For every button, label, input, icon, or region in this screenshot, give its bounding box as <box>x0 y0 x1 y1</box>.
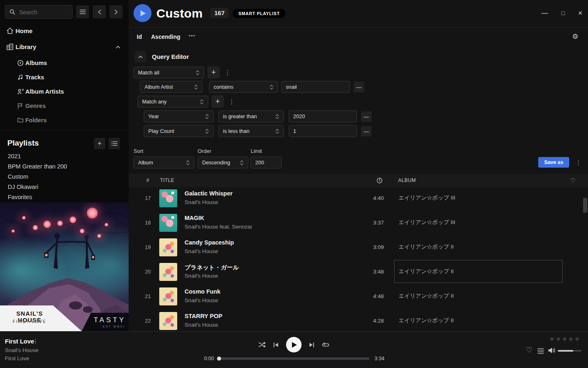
sort-field-control[interactable]: Id <box>137 34 142 40</box>
menu-button[interactable] <box>76 5 89 18</box>
back-button[interactable] <box>93 5 106 18</box>
window-close-button[interactable]: × <box>575 8 585 18</box>
sidebar-item-album-artists[interactable]: Album Artists <box>0 86 129 97</box>
track-album-art[interactable] <box>159 238 177 256</box>
rule-value-input[interactable] <box>281 81 350 93</box>
rule-field-select[interactable]: Album Artist <box>140 81 203 93</box>
track-row[interactable]: 19 Candy Spaceship Snail's House 3:09 エイ… <box>129 235 588 260</box>
play-pause-button[interactable] <box>286 337 302 352</box>
limit-input[interactable] <box>251 157 282 168</box>
sort-direction-control[interactable]: Ascending <box>151 34 180 40</box>
group-options-button[interactable]: ⋮ <box>225 69 231 76</box>
rating-stars[interactable]: ★★★★★ <box>549 335 581 343</box>
rule-operator-select[interactable]: is greater than <box>218 110 284 122</box>
minus-icon: — <box>364 128 369 135</box>
sidebar-item-albums[interactable]: Albums <box>0 57 129 69</box>
column-title[interactable]: TITLE <box>160 174 174 187</box>
playlist-list-button[interactable] <box>109 138 120 149</box>
add-playlist-button[interactable]: + <box>94 138 105 149</box>
scrollbar-thumb[interactable] <box>583 198 587 213</box>
query-editor-collapse-button[interactable] <box>135 51 146 63</box>
star-icon[interactable]: ★ <box>568 335 574 342</box>
track-album[interactable]: エイリアン☆ポップ II <box>394 236 563 258</box>
track-row[interactable]: 18 MAGIK Snail's House feat. Sennzai 3:3… <box>129 211 588 235</box>
track-album[interactable]: エイリアン☆ポップ II <box>394 285 563 307</box>
duration-clock-icon[interactable] <box>376 177 383 184</box>
rule-field-select[interactable]: Year <box>144 110 214 122</box>
rule-operator-select[interactable]: is less than <box>218 125 284 137</box>
search-input[interactable] <box>18 5 71 19</box>
forward-button[interactable] <box>109 5 122 18</box>
track-album-art[interactable] <box>159 189 177 207</box>
window-maximize-button[interactable]: □ <box>558 8 568 18</box>
playlist-item[interactable]: Favorites <box>8 193 32 202</box>
track-album-art[interactable] <box>159 287 177 305</box>
rule-value-input[interactable] <box>289 125 357 137</box>
star-icon[interactable]: ★ <box>549 335 555 342</box>
previous-track-icon[interactable] <box>273 342 279 348</box>
page-header: Custom 167 SMART PLAYLIST — □ × <box>129 0 588 28</box>
chevron-up-icon[interactable] <box>116 45 120 49</box>
seek-bar[interactable] <box>218 357 370 360</box>
track-album-art[interactable] <box>159 214 177 232</box>
shuffle-icon[interactable] <box>258 342 266 348</box>
remove-rule-button[interactable]: — <box>361 111 372 122</box>
match-type-select[interactable]: Match all <box>134 67 204 79</box>
order-select[interactable]: Descending <box>198 157 248 168</box>
volume-icon[interactable] <box>548 347 556 354</box>
sidebar-item-tracks[interactable]: Tracks <box>0 72 129 83</box>
save-as-button[interactable]: Save as <box>538 157 569 168</box>
now-playing-album-art[interactable]: SNAIL'S HOUSE FIRST LOVE TASTY EST MMXI <box>0 202 129 331</box>
playlist-item[interactable]: BPM Greater than 200 <box>8 162 67 171</box>
query-options-button[interactable]: ⋮ <box>575 159 581 166</box>
add-rule-button[interactable]: + <box>212 95 224 108</box>
track-row[interactable]: 20 プラネット・ガール Snail's House 3:48 エイリアン☆ポッ… <box>129 260 588 284</box>
column-favorite-heart-icon[interactable]: ♡ <box>570 174 576 187</box>
star-icon[interactable]: ★ <box>575 335 581 342</box>
column-number[interactable]: # <box>143 174 153 187</box>
track-album[interactable]: エイリアン☆ポップ III <box>394 186 563 209</box>
remove-rule-button[interactable]: — <box>354 82 364 92</box>
star-icon[interactable]: ★ <box>562 335 568 342</box>
track-album[interactable]: エイリアン☆ポップ II <box>394 309 563 332</box>
more-options-button[interactable]: ••• <box>189 33 196 39</box>
next-track-icon[interactable] <box>309 342 315 348</box>
sidebar-item-folders[interactable]: Folders <box>0 114 129 126</box>
track-row[interactable]: 21 Cosmo Funk Snail's House 4:48 エイリアン☆ポ… <box>129 284 588 309</box>
track-album[interactable]: エイリアン☆ポップ III <box>394 211 563 234</box>
now-playing-title: First Love <box>5 338 34 345</box>
volume-slider[interactable] <box>558 350 581 352</box>
play-playlist-button[interactable] <box>134 4 151 22</box>
sidebar-item-home[interactable]: Home <box>0 25 129 37</box>
sidebar-item-library[interactable]: Library <box>0 41 129 53</box>
rule-operator-select[interactable]: contains <box>209 81 278 93</box>
track-album-art[interactable] <box>159 263 177 281</box>
add-rule-button[interactable]: + <box>207 66 220 79</box>
remove-rule-button[interactable]: — <box>361 126 372 137</box>
playlist-item[interactable]: Custom <box>8 172 28 181</box>
sort-select[interactable]: Album <box>134 157 194 168</box>
window-minimize-button[interactable]: — <box>540 8 550 18</box>
queue-icon[interactable] <box>537 348 544 354</box>
track-album[interactable]: エイリアン☆ポップ II <box>394 260 563 283</box>
track-row[interactable]: 17 Galactic Whisper Snail's House 4:40 エ… <box>129 186 588 211</box>
match-type-select[interactable]: Match any <box>138 96 208 108</box>
playlist-item[interactable]: DJ Okawari <box>8 182 38 191</box>
rule-value-input[interactable] <box>289 110 357 122</box>
gear-icon[interactable]: ⚙ <box>572 32 578 41</box>
rule-field-select[interactable]: Play Count <box>144 125 214 137</box>
playlist-item[interactable]: 2021 <box>8 152 21 161</box>
seek-bar-thumb[interactable] <box>217 357 221 361</box>
page-title: Custom <box>156 0 203 27</box>
sidebar-item-genres[interactable]: Genres <box>0 100 129 112</box>
repeat-icon[interactable] <box>322 342 330 348</box>
group-options-button[interactable]: ⋮ <box>229 98 235 105</box>
track-album-art[interactable] <box>159 312 177 330</box>
star-icon[interactable]: ★ <box>555 335 561 342</box>
track-row[interactable]: 22 STARRY POP Snail's House 4:28 エイリアン☆ポ… <box>129 309 588 333</box>
search-box[interactable] <box>5 5 73 19</box>
lantern-glow <box>57 220 63 226</box>
favorite-heart-icon[interactable]: ♡ <box>526 346 532 355</box>
now-playing-options-button[interactable]: ⋮ <box>33 338 38 344</box>
column-album[interactable]: ALBUM <box>398 174 416 187</box>
